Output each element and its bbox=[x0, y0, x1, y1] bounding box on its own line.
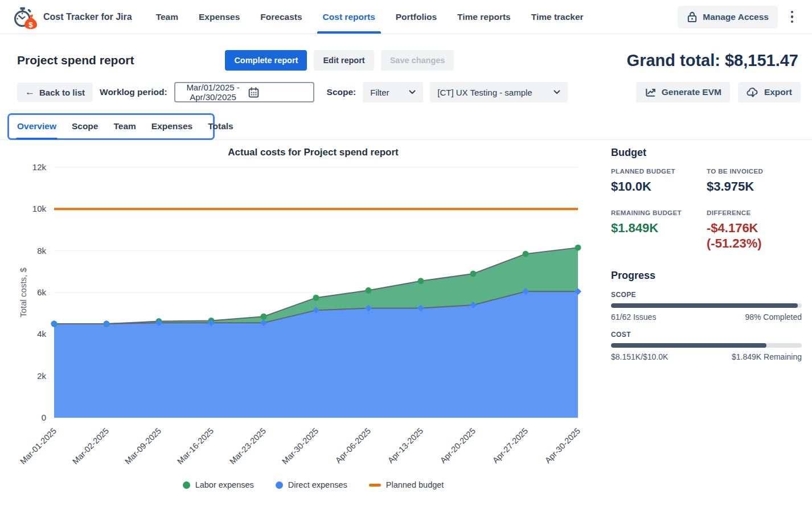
nav-item-portfolios[interactable]: Portfolios bbox=[396, 0, 437, 34]
svg-text:6k: 6k bbox=[37, 287, 46, 297]
svg-text:Mar-02-2025: Mar-02-2025 bbox=[71, 426, 110, 466]
tab-scope[interactable]: Scope bbox=[72, 113, 99, 139]
legend-item-direct-expenses[interactable]: Direct expenses bbox=[276, 480, 347, 489]
legend-item-planned-budget[interactable]: Planned budget bbox=[369, 480, 444, 489]
cost-progress-fill bbox=[611, 343, 766, 348]
line-chart-icon bbox=[645, 86, 657, 98]
svg-text:Mar-09-2025: Mar-09-2025 bbox=[123, 426, 163, 466]
report-tabs: OverviewScopeTeamExpensesTotals bbox=[0, 113, 812, 140]
manage-access-button[interactable]: Manage Access bbox=[678, 6, 778, 28]
metric-difference: DIFFERENCE -$4.176K (-51.23%) bbox=[707, 209, 802, 252]
metric-value: $1.849K bbox=[611, 220, 707, 236]
worklog-period-label: Worklog period: bbox=[100, 87, 167, 97]
area-chart-canvas[interactable]: 02k4k6k8k10k12kTotal costs, $Mar-01-2025… bbox=[17, 159, 609, 479]
svg-text:Mar-23-2025: Mar-23-2025 bbox=[228, 426, 268, 466]
tab-totals[interactable]: Totals bbox=[208, 113, 233, 139]
scope-progress-bar bbox=[611, 303, 802, 308]
project-select-value: [CT] UX Testing - sample bbox=[437, 88, 532, 97]
svg-text:Total costs, $: Total costs, $ bbox=[18, 267, 28, 318]
svg-text:4k: 4k bbox=[37, 329, 46, 339]
scope-progress-label: SCOPE bbox=[611, 291, 802, 299]
export-label: Export bbox=[764, 87, 792, 97]
cost-progress-bar bbox=[611, 343, 802, 348]
svg-text:Apr-06-2025: Apr-06-2025 bbox=[334, 426, 372, 465]
budget-section-title: Budget bbox=[611, 147, 802, 159]
svg-text:$: $ bbox=[28, 20, 33, 28]
page-title: Project spend report bbox=[17, 53, 134, 67]
nav-item-time-reports[interactable]: Time reports bbox=[457, 0, 511, 34]
svg-text:Apr-13-2025: Apr-13-2025 bbox=[386, 426, 425, 465]
svg-text:10k: 10k bbox=[32, 204, 47, 213]
chevron-down-icon bbox=[553, 90, 560, 94]
kebab-menu-icon[interactable] bbox=[784, 6, 801, 28]
chart-legend: Labor expensesDirect expensesPlanned bud… bbox=[17, 480, 609, 489]
project-select[interactable]: [CT] UX Testing - sample bbox=[430, 82, 568, 102]
cost-progress-label: COST bbox=[611, 331, 802, 339]
scope-filter-value: Filter bbox=[370, 88, 389, 97]
metric-value: $10.0K bbox=[611, 179, 707, 195]
scope-filter-select[interactable]: Filter bbox=[363, 82, 423, 102]
svg-text:0: 0 bbox=[42, 413, 46, 422]
back-to-list-label: Back to list bbox=[39, 88, 85, 97]
save-changes-button: Save changes bbox=[381, 50, 454, 71]
progress-section-title: Progress bbox=[611, 270, 802, 282]
nav-item-expenses[interactable]: Expenses bbox=[199, 0, 240, 34]
scope-progress-right: 98% Completed bbox=[745, 312, 802, 322]
scope-label: Scope: bbox=[327, 87, 356, 97]
nav-item-team[interactable]: Team bbox=[156, 0, 178, 34]
metric-remaining-budget: REMAINING BUDGET $1.849K bbox=[611, 209, 707, 252]
app-logo-stopwatch-moneybag-icon: $ bbox=[11, 3, 39, 31]
metric-value: $3.975K bbox=[707, 179, 802, 195]
chevron-down-icon bbox=[409, 90, 416, 94]
svg-text:Mar-16-2025: Mar-16-2025 bbox=[175, 426, 215, 466]
worklog-period-value: Mar/01/2025 - Apr/30/2025 bbox=[183, 83, 243, 102]
metric-label: DIFFERENCE bbox=[707, 209, 802, 216]
nav-item-time-tracker[interactable]: Time tracker bbox=[531, 0, 584, 34]
controls-row: ← Back to list Worklog period: Mar/01/20… bbox=[17, 82, 801, 102]
cost-progress-right: $1.849K Remaining bbox=[732, 352, 802, 361]
metric-label: TO BE INVOICED bbox=[707, 168, 802, 175]
app-header: $ Cost Tracker for Jira TeamExpensesFore… bbox=[0, 0, 812, 34]
top-nav: TeamExpensesForecastsCost reportsPortfol… bbox=[156, 0, 584, 34]
summary-sidebar: Budget PLANNED BUDGET $10.0K TO BE INVOI… bbox=[611, 142, 802, 489]
edit-report-button[interactable]: Edit report bbox=[314, 50, 374, 71]
chart-title: Actual costs for Project spend report bbox=[17, 147, 609, 158]
metric-value: -$4.176K (-51.23%) bbox=[707, 220, 802, 252]
svg-text:Apr-20-2025: Apr-20-2025 bbox=[438, 426, 477, 465]
cloud-download-icon bbox=[747, 86, 759, 98]
svg-text:8k: 8k bbox=[37, 246, 46, 256]
svg-text:2k: 2k bbox=[37, 371, 46, 381]
metric-label: PLANNED BUDGET bbox=[611, 168, 707, 175]
calendar-icon[interactable] bbox=[248, 86, 307, 98]
legend-swatch-icon bbox=[369, 484, 381, 487]
legend-swatch-icon bbox=[276, 481, 283, 489]
worklog-period-input[interactable]: Mar/01/2025 - Apr/30/2025 bbox=[174, 82, 314, 102]
cost-progress-left: $8.151K/$10.0K bbox=[611, 352, 668, 361]
complete-report-button[interactable]: Complete report bbox=[225, 50, 307, 71]
tab-expenses[interactable]: Expenses bbox=[151, 113, 192, 139]
grand-total: Grand total: $8,151.47 bbox=[627, 51, 798, 70]
title-row: Project spend report Complete report Edi… bbox=[0, 34, 812, 71]
lock-icon bbox=[687, 11, 698, 23]
svg-text:Apr-30-2025: Apr-30-2025 bbox=[543, 426, 582, 465]
back-arrow-icon: ← bbox=[25, 86, 35, 98]
svg-text:Apr-27-2025: Apr-27-2025 bbox=[491, 426, 530, 465]
scope-progress-fill bbox=[611, 303, 798, 308]
back-to-list-button[interactable]: ← Back to list bbox=[17, 83, 93, 102]
generate-evm-button[interactable]: Generate EVM bbox=[636, 82, 730, 102]
metric-label: REMAINING BUDGET bbox=[611, 209, 707, 216]
app-title: Cost Tracker for Jira bbox=[43, 12, 132, 22]
nav-item-cost-reports[interactable]: Cost reports bbox=[323, 0, 375, 34]
metric-to-be-invoiced: TO BE INVOICED $3.975K bbox=[707, 168, 802, 195]
legend-item-labor-expenses[interactable]: Labor expenses bbox=[183, 480, 254, 489]
nav-item-forecasts[interactable]: Forecasts bbox=[260, 0, 302, 34]
svg-text:Mar-30-2025: Mar-30-2025 bbox=[280, 426, 320, 466]
actual-costs-chart: Actual costs for Project spend report 02… bbox=[17, 142, 609, 489]
manage-access-label: Manage Access bbox=[703, 12, 769, 22]
tab-team[interactable]: Team bbox=[113, 113, 136, 139]
generate-evm-label: Generate EVM bbox=[662, 87, 721, 97]
scope-progress-left: 61/62 Issues bbox=[611, 312, 656, 322]
legend-swatch-icon bbox=[183, 481, 190, 489]
export-button[interactable]: Export bbox=[738, 82, 801, 102]
tab-overview[interactable]: Overview bbox=[17, 113, 56, 139]
